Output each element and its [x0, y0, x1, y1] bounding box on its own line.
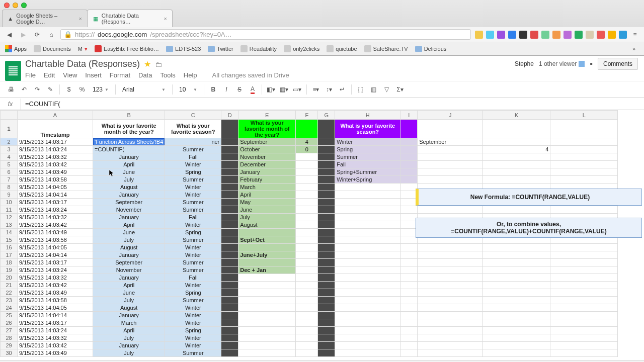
print-button[interactable]: 🖶 — [5, 83, 17, 96]
functions-button[interactable]: Σ▾ — [394, 83, 406, 96]
row-header[interactable]: 12 — [1, 214, 18, 221]
cell[interactable]: January — [93, 191, 165, 199]
wrap-button[interactable]: ↵ — [336, 83, 348, 96]
cell[interactable]: 9/15/2013 14:03:42 — [18, 282, 93, 289]
ext-icon[interactable] — [530, 31, 538, 39]
cell[interactable] — [296, 168, 318, 176]
cell[interactable]: Spring — [165, 229, 221, 236]
cell[interactable] — [400, 266, 418, 274]
cell[interactable]: 4 — [483, 146, 550, 153]
cell[interactable]: January — [93, 342, 165, 349]
cell[interactable]: Summer — [165, 176, 221, 184]
cell[interactable] — [318, 297, 335, 304]
cell[interactable] — [238, 297, 296, 304]
row-header[interactable]: 18 — [1, 259, 18, 266]
menu-data[interactable]: Data — [138, 71, 152, 79]
cell[interactable] — [335, 251, 400, 259]
close-tab-icon[interactable]: × — [79, 16, 82, 22]
cell[interactable] — [318, 319, 335, 327]
ext-icon[interactable] — [619, 31, 627, 39]
cell[interactable] — [483, 312, 550, 319]
ext-icon[interactable] — [564, 31, 572, 39]
cell[interactable] — [335, 214, 400, 221]
cell[interactable]: Winter+Spring — [335, 176, 400, 184]
cell[interactable] — [296, 184, 318, 191]
cell[interactable] — [400, 327, 418, 334]
cell[interactable] — [483, 282, 550, 289]
cell[interactable] — [400, 244, 418, 251]
cell[interactable] — [318, 244, 335, 251]
cell[interactable] — [550, 251, 618, 259]
cell[interactable] — [483, 259, 550, 266]
address-bar[interactable]: 🔒 https://docs.google.com/spreadsheet/cc… — [60, 29, 471, 40]
row-header[interactable]: 14 — [1, 229, 18, 236]
cell[interactable] — [238, 319, 296, 327]
cell[interactable] — [550, 176, 618, 184]
cell[interactable] — [335, 327, 400, 334]
cell[interactable] — [418, 244, 483, 251]
cell[interactable] — [296, 206, 318, 214]
cell[interactable] — [318, 236, 335, 244]
cell[interactable]: What is your favorite season? — [335, 120, 400, 138]
cell[interactable]: 9/15/2013 14:04:14 — [18, 191, 93, 199]
number-format-select[interactable]: 123▼ — [89, 83, 112, 96]
cell[interactable]: Summer — [165, 146, 221, 153]
cell[interactable]: Winter — [165, 334, 221, 342]
row-header[interactable]: 1 — [1, 120, 18, 138]
cell[interactable]: Fall — [165, 274, 221, 282]
cell[interactable] — [335, 221, 400, 229]
cell[interactable] — [400, 199, 418, 206]
cell[interactable] — [221, 120, 238, 138]
cell[interactable]: Winter — [165, 319, 221, 327]
cell[interactable] — [318, 120, 335, 138]
cell[interactable]: Winter — [165, 221, 221, 229]
ext-icon[interactable] — [586, 31, 594, 39]
row-header[interactable]: 26 — [1, 319, 18, 327]
cell[interactable] — [400, 349, 418, 357]
cell[interactable] — [318, 161, 335, 168]
cell[interactable] — [238, 274, 296, 282]
row-header[interactable]: 16 — [1, 244, 18, 251]
cell[interactable]: Summer — [165, 349, 221, 357]
cell[interactable] — [318, 176, 335, 184]
cell[interactable] — [318, 274, 335, 282]
apps-button[interactable]: Apps — [5, 45, 27, 52]
cell[interactable] — [335, 289, 400, 297]
cell[interactable] — [483, 244, 550, 251]
cell[interactable] — [221, 244, 238, 251]
cell[interactable] — [238, 342, 296, 349]
cell[interactable] — [400, 304, 418, 312]
row-header[interactable]: 30 — [1, 349, 18, 357]
menu-view[interactable]: View — [63, 71, 77, 79]
sheets-logo-icon[interactable] — [5, 61, 21, 81]
cell[interactable]: June — [93, 168, 165, 176]
cell[interactable]: November — [93, 206, 165, 214]
cell[interactable] — [400, 251, 418, 259]
move-folder-icon[interactable]: 🗀 — [155, 60, 162, 68]
cell[interactable] — [296, 120, 318, 138]
cell[interactable] — [318, 214, 335, 221]
cell[interactable]: Summer — [165, 259, 221, 266]
row-header[interactable]: 5 — [1, 161, 18, 168]
cell[interactable] — [483, 319, 550, 327]
cell[interactable] — [238, 289, 296, 297]
cell[interactable] — [483, 342, 550, 349]
cell[interactable] — [400, 221, 418, 229]
cell[interactable] — [483, 206, 550, 214]
cell[interactable]: 9/15/2013 14:03:58 — [18, 236, 93, 244]
cell[interactable]: Winter — [165, 161, 221, 168]
cell[interactable]: 9/15/2013 14:03:49 — [18, 229, 93, 236]
cell[interactable]: Winter — [165, 304, 221, 312]
cell[interactable] — [296, 327, 318, 334]
select-all-button[interactable] — [1, 111, 18, 120]
cell[interactable] — [221, 259, 238, 266]
cell[interactable] — [318, 199, 335, 206]
bookmark-item[interactable]: Documents — [34, 45, 71, 52]
strikethrough-button[interactable]: S — [233, 83, 246, 96]
cell[interactable] — [318, 138, 335, 146]
document-title[interactable]: Chartable Data (Responses) — [25, 59, 140, 69]
cell[interactable] — [335, 304, 400, 312]
cell[interactable] — [400, 168, 418, 176]
cell[interactable]: July — [238, 214, 296, 221]
cell[interactable]: 9/15/2013 14:03:42 — [18, 161, 93, 168]
